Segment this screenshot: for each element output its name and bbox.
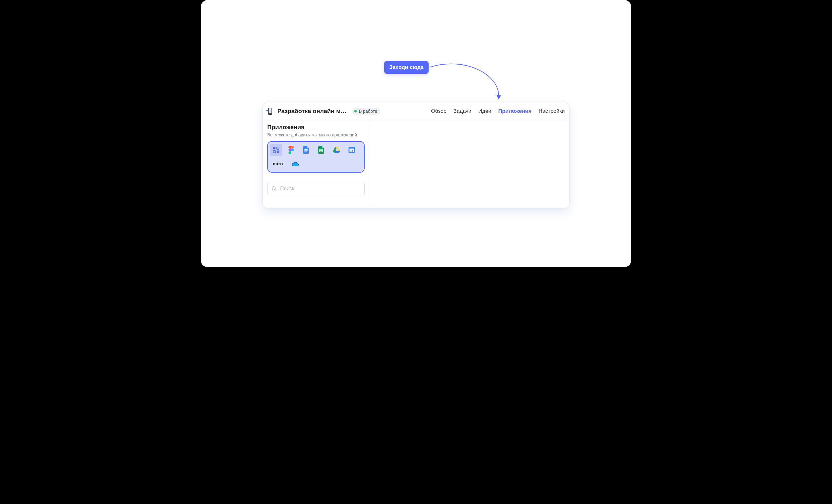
app-chip-all[interactable] xyxy=(270,144,282,156)
search-icon xyxy=(271,186,277,191)
svg-marker-0 xyxy=(496,95,501,100)
status-dot-icon xyxy=(354,110,357,112)
svg-rect-5 xyxy=(273,147,276,149)
project-title: Разработка онлайн м… xyxy=(277,108,347,115)
svg-rect-7 xyxy=(273,151,276,153)
phone-sync-icon xyxy=(266,107,274,115)
app-chip-gdrive[interactable] xyxy=(330,144,343,156)
google-docs-icon xyxy=(303,146,310,154)
tab-tasks[interactable]: Задачи xyxy=(453,108,471,114)
figma-icon xyxy=(288,146,294,154)
project-tabs: Обзор Задачи Идеи Приложения Настройки xyxy=(431,108,565,114)
app-search-input[interactable] xyxy=(280,186,361,191)
project-icon xyxy=(266,107,274,115)
arrow-to-apps-tab xyxy=(428,59,510,103)
app-integrations-grid: 31 miro xyxy=(267,141,365,173)
svg-text:31: 31 xyxy=(350,149,353,152)
tab-overview[interactable]: Обзор xyxy=(431,108,447,114)
grid-icon xyxy=(272,147,280,153)
svg-point-4 xyxy=(270,114,270,114)
app-chip-figma[interactable] xyxy=(285,144,297,156)
app-chip-gcalendar[interactable]: 31 xyxy=(345,144,358,156)
svg-rect-11 xyxy=(305,150,308,151)
tab-apps[interactable]: Приложения xyxy=(498,108,532,114)
tab-settings[interactable]: Настройки xyxy=(539,108,565,114)
sidebar-title: Приложения xyxy=(267,124,365,131)
svg-rect-8 xyxy=(277,151,279,153)
app-search[interactable] xyxy=(267,182,365,195)
app-chip-onedrive[interactable] xyxy=(289,158,301,170)
app-chip-miro[interactable]: miro xyxy=(270,158,286,170)
project-body: Приложения Вы можете добавить так много … xyxy=(263,120,569,208)
canvas: Заходи сюда Выбирай приложение для интег… xyxy=(201,0,631,267)
sidebar-subtitle: Вы можете добавить так много приложений xyxy=(267,132,365,138)
svg-line-24 xyxy=(275,190,277,191)
status-badge[interactable]: В работе xyxy=(352,108,381,115)
project-card: Разработка онлайн м… В работе Обзор Зада… xyxy=(262,103,570,208)
tab-ideas[interactable]: Идеи xyxy=(478,108,491,114)
app-chip-gsheets[interactable] xyxy=(315,144,328,156)
svg-point-9 xyxy=(291,149,294,152)
svg-rect-12 xyxy=(305,152,307,152)
apps-main-area xyxy=(369,120,569,208)
google-calendar-icon: 31 xyxy=(348,147,355,153)
status-label: В работе xyxy=(359,109,377,114)
project-header: Разработка онлайн м… В работе Обзор Зада… xyxy=(263,103,569,120)
miro-logo-text: miro xyxy=(273,161,283,166)
app-chip-gdocs[interactable] xyxy=(300,144,313,156)
svg-rect-10 xyxy=(305,149,308,150)
svg-rect-6 xyxy=(277,147,279,149)
apps-sidebar: Приложения Вы можете добавить так много … xyxy=(263,120,369,208)
google-drive-icon xyxy=(333,147,340,153)
tooltip-go-here: Заходи сюда xyxy=(384,61,428,74)
svg-rect-3 xyxy=(269,108,272,113)
google-sheets-icon xyxy=(318,146,324,154)
onedrive-icon xyxy=(291,161,299,167)
